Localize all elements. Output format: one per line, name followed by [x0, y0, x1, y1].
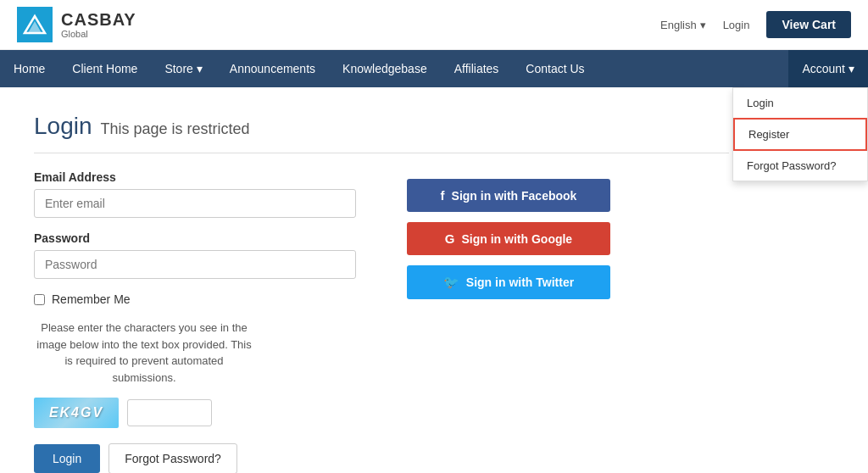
dropdown-login-item[interactable]: Login — [733, 88, 867, 118]
facebook-icon: f — [441, 188, 445, 203]
dropdown-forgot-item[interactable]: Forgot Password? — [733, 151, 867, 181]
nav-account[interactable]: Account ▾ Login Register Forgot Password… — [788, 50, 868, 87]
email-group: Email Address — [34, 170, 356, 218]
password-label: Password — [34, 231, 356, 245]
account-dropdown: Login Register Forgot Password? — [732, 87, 868, 181]
brand-sub: Global — [61, 29, 136, 39]
chevron-down-icon: ▾ — [700, 19, 706, 31]
google-label: Sign in with Google — [462, 232, 573, 246]
google-signin-button[interactable]: G Sign in with Google — [407, 222, 610, 255]
password-group: Password — [34, 231, 356, 279]
account-chevron-icon: ▾ — [849, 62, 854, 75]
nav-store[interactable]: Store ▾ — [151, 50, 215, 87]
facebook-signin-button[interactable]: f Sign in with Facebook — [407, 179, 610, 212]
email-label: Email Address — [34, 170, 356, 184]
facebook-label: Sign in with Facebook — [452, 189, 577, 203]
twitter-signin-button[interactable]: 🐦 Sign in with Twitter — [407, 265, 610, 299]
brand-name: CASBAY — [61, 10, 136, 29]
logo-area: CASBAY Global — [17, 7, 136, 42]
form-button-row: Login Forgot Password? — [34, 443, 356, 473]
login-form-section: Email Address Password Remember Me Pleas… — [34, 170, 356, 473]
nav-bar: Home Client Home Store ▾ Announcements K… — [0, 50, 868, 87]
page-subtitle: This page is restricted — [101, 120, 250, 138]
nav-affiliates[interactable]: Affiliates — [441, 50, 513, 87]
main-content: Login This page is restricted Email Addr… — [0, 87, 763, 473]
logo-icon — [17, 7, 53, 42]
social-section: f Sign in with Facebook G Sign in with G… — [407, 170, 661, 309]
logo-text: CASBAY Global — [61, 10, 136, 39]
account-label: Account — [802, 62, 845, 75]
top-bar: CASBAY Global English ▾ Login View Cart — [0, 0, 868, 50]
password-input[interactable] — [34, 250, 356, 279]
page-header: Login This page is restricted — [34, 113, 729, 153]
nav-announcements[interactable]: Announcements — [216, 50, 329, 87]
view-cart-button[interactable]: View Cart — [766, 11, 851, 38]
nav-contact-us[interactable]: Contact Us — [512, 50, 598, 87]
captcha-image: EK4GV — [34, 398, 119, 428]
dropdown-register-item[interactable]: Register — [733, 118, 867, 151]
top-login-link[interactable]: Login — [723, 19, 750, 31]
nav-client-home[interactable]: Client Home — [58, 50, 151, 87]
twitter-icon: 🐦 — [443, 275, 459, 290]
captcha-row: EK4GV — [34, 398, 356, 428]
email-input[interactable] — [34, 189, 356, 218]
login-button[interactable]: Login — [34, 444, 100, 473]
page-title: Login — [34, 113, 92, 140]
remember-row: Remember Me — [34, 292, 356, 306]
language-label: English — [660, 19, 697, 31]
nav-knowledgebase[interactable]: Knowledgebase — [329, 50, 441, 87]
remember-label: Remember Me — [52, 292, 131, 306]
nav-home[interactable]: Home — [0, 50, 58, 87]
remember-checkbox[interactable] — [34, 294, 45, 305]
top-right: English ▾ Login View Cart — [660, 11, 851, 38]
captcha-description: Please enter the characters you see in t… — [34, 320, 254, 386]
language-selector[interactable]: English ▾ — [660, 19, 706, 31]
twitter-label: Sign in with Twitter — [466, 275, 574, 289]
store-chevron-icon: ▾ — [197, 62, 203, 75]
google-icon: G — [445, 231, 455, 246]
captcha-input[interactable] — [127, 399, 212, 426]
login-layout: Email Address Password Remember Me Pleas… — [34, 170, 729, 473]
forgot-password-button[interactable]: Forgot Password? — [108, 443, 237, 473]
